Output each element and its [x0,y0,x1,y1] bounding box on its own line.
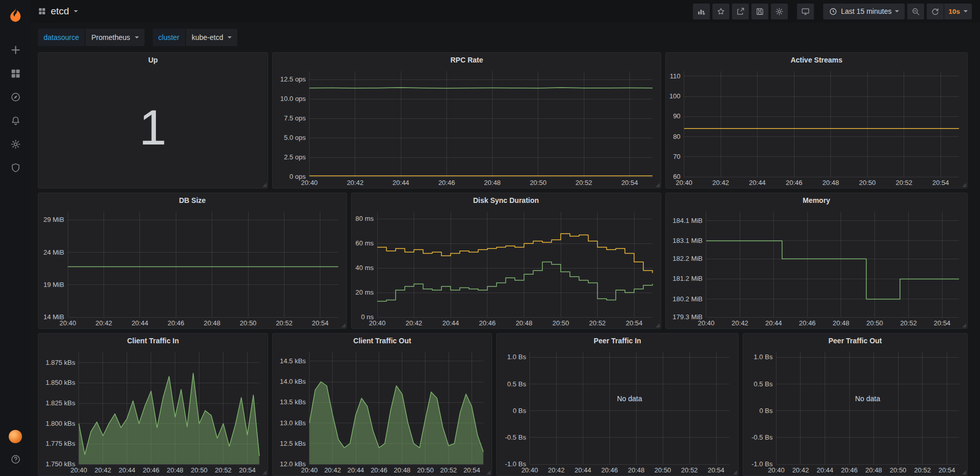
svg-text:20:44: 20:44 [749,179,766,187]
svg-text:13.5 kBs: 13.5 kBs [280,398,306,406]
panel-peer-traffic-in: Peer Traffic In 1.0 Bs0.5 Bs0 Bs-0.5 Bs-… [496,333,738,476]
server-admin-shield-icon[interactable] [4,157,27,178]
client-traffic-in-chart[interactable]: 1.875 kBs1.850 kBs1.825 kBs1.800 kBs1.77… [38,348,268,475]
refresh-interval-picker[interactable]: 10s [944,4,972,19]
grafana-logo-icon[interactable] [4,3,27,27]
panel-title[interactable]: DB Size [38,193,346,208]
svg-text:20:52: 20:52 [681,466,698,474]
panel-title[interactable]: Memory [666,193,967,208]
peer-traffic-out-chart[interactable]: 1.0 Bs0.5 Bs0 Bs-0.5 Bs-1.0 Bs20:4020:42… [743,348,967,475]
panel-title[interactable]: Client Traffic Out [273,334,492,348]
variable-datasource[interactable]: datasource Prometheus [38,29,145,46]
zoom-out-button[interactable] [907,4,924,19]
svg-text:5.0 ops: 5.0 ops [284,134,306,141]
rpc-rate-chart[interactable]: 12.5 ops10.0 ops7.5 ops5.0 ops2.5 ops0 o… [273,67,661,188]
svg-text:90: 90 [673,112,680,120]
caret-down-icon [228,36,232,38]
configuration-gear-icon[interactable] [4,134,27,154]
panel-client-traffic-out: Client Traffic Out 14.5 kBs14.0 kBs13.5 … [272,333,492,476]
panel-title[interactable]: Peer Traffic Out [743,334,967,348]
svg-text:20:40: 20:40 [698,319,714,327]
active-streams-chart[interactable]: 1101009080706020:4020:4220:4420:4620:482… [666,67,967,188]
db-size-chart[interactable]: 29 MiB24 MiB19 MiB14 MiB20:4020:4220:442… [38,208,346,328]
svg-text:20:40: 20:40 [522,466,539,474]
dashboard-title-dropdown[interactable]: etcd [38,6,78,17]
explore-compass-icon[interactable] [4,87,27,107]
save-button[interactable] [751,4,768,19]
svg-text:20:46: 20:46 [786,179,803,187]
panel-title[interactable]: RPC Rate [273,53,661,67]
svg-text:20:42: 20:42 [95,466,112,474]
dashboards-icon[interactable] [4,63,27,84]
svg-text:20:40: 20:40 [301,179,318,187]
svg-text:20:50: 20:50 [866,319,883,327]
svg-text:20:48: 20:48 [628,466,645,474]
svg-text:20:40: 20:40 [676,179,692,187]
svg-text:20:40: 20:40 [369,319,385,327]
memory-chart[interactable]: 184.1 MiB183.1 MiB182.2 MiB181.2 MiB180.… [666,208,967,328]
svg-text:0 Bs: 0 Bs [513,407,527,415]
svg-text:19 MiB: 19 MiB [44,281,64,288]
client-traffic-out-chart[interactable]: 14.5 kBs14.0 kBs13.5 kBs13.0 kBs12.5 kBs… [273,348,492,475]
cycle-view-monitor-button[interactable] [797,4,814,19]
svg-text:20 ms: 20 ms [355,288,374,296]
svg-text:1.800 kBs: 1.800 kBs [46,420,75,427]
svg-text:1.775 kBs: 1.775 kBs [46,440,75,447]
star-button[interactable] [712,4,729,19]
caret-down-icon [964,10,968,12]
svg-text:7.5 ops: 7.5 ops [284,114,306,122]
refresh-interval-label: 10s [948,8,960,15]
svg-text:20:40: 20:40 [768,466,785,474]
refresh-button[interactable] [927,4,944,19]
panel-row-2: DB Size 29 MiB24 MiB19 MiB14 MiB20:4020:… [38,193,968,329]
panel-title[interactable]: Up [38,53,268,67]
main-area: etcd Last 15 minut [31,0,980,476]
svg-text:20:54: 20:54 [708,466,725,474]
svg-text:20:44: 20:44 [118,466,135,474]
create-plus-icon[interactable] [4,39,27,60]
share-button[interactable] [732,4,749,19]
disk-sync-duration-chart[interactable]: 80 ms60 ms40 ms20 ms0 ns20:4020:4220:442… [352,208,661,328]
svg-text:20:52: 20:52 [440,466,457,474]
variable-value-dropdown[interactable]: kube-etcd [186,29,237,46]
variable-value-dropdown[interactable]: Prometheus [86,29,144,46]
svg-text:20:42: 20:42 [792,466,809,474]
variable-cluster[interactable]: cluster kube-etcd [153,29,238,46]
svg-text:20:54: 20:54 [932,179,949,187]
svg-text:12.5 kBs: 12.5 kBs [280,440,306,447]
panel-title[interactable]: Active Streams [666,53,967,67]
svg-text:20:50: 20:50 [552,319,569,327]
svg-text:20:46: 20:46 [799,319,815,327]
svg-text:181.2 MiB: 181.2 MiB [672,275,703,282]
panel-peer-traffic-out: Peer Traffic Out 1.0 Bs0.5 Bs0 Bs-0.5 Bs… [743,333,968,476]
panel-row-3: Client Traffic In 1.875 kBs1.850 kBs1.82… [38,333,968,476]
template-variables-bar: datasource Prometheus cluster kube-etcd [31,23,980,52]
add-panel-button[interactable] [693,4,710,19]
svg-text:20:52: 20:52 [895,179,912,187]
svg-text:110: 110 [670,72,681,80]
panel-title[interactable]: Peer Traffic In [497,334,738,348]
panel-active-streams: Active Streams 1101009080706020:4020:422… [665,52,968,189]
svg-text:20:46: 20:46 [371,466,387,474]
svg-text:20:46: 20:46 [168,319,185,327]
peer-traffic-in-chart[interactable]: 1.0 Bs0.5 Bs0 Bs-0.5 Bs-1.0 Bs20:4020:42… [497,348,738,475]
alerting-bell-icon[interactable] [4,110,27,131]
time-range-picker[interactable]: Last 15 minutes [823,4,905,19]
svg-text:20:40: 20:40 [71,466,88,474]
svg-text:No data: No data [855,395,880,403]
svg-text:183.1 MiB: 183.1 MiB [672,237,703,244]
user-avatar[interactable] [9,430,22,443]
dashboard-settings-button[interactable] [771,4,788,19]
panel-title[interactable]: Disk Sync Duration [352,193,661,208]
help-icon[interactable] [4,449,27,469]
svg-text:13.0 kBs: 13.0 kBs [280,419,306,427]
panel-disk-sync-duration: Disk Sync Duration 80 ms60 ms40 ms20 ms0… [351,193,661,329]
panel-title[interactable]: Client Traffic In [38,334,268,348]
svg-text:20:48: 20:48 [516,319,533,327]
svg-text:1.825 kBs: 1.825 kBs [46,399,75,407]
svg-text:20:48: 20:48 [484,179,501,187]
variable-label: cluster [153,29,185,46]
svg-text:20:48: 20:48 [832,319,849,327]
panel-client-traffic-in: Client Traffic In 1.875 kBs1.850 kBs1.82… [38,333,268,476]
svg-text:20:44: 20:44 [575,466,591,474]
